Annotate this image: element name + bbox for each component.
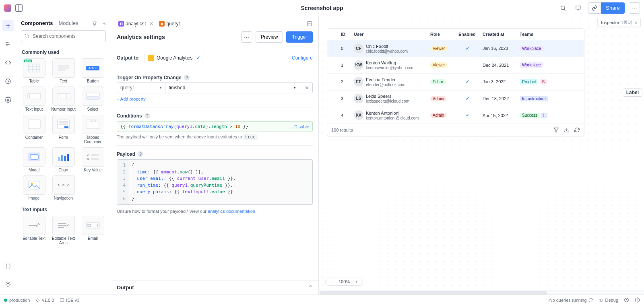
footer-history-icon[interactable]	[624, 297, 629, 303]
column-header[interactable]: Teams	[516, 29, 584, 40]
components-sidebar: Components Modules « Commonly used Table…	[16, 16, 111, 295]
tile-navigation[interactable]: ABCNavigation	[50, 175, 76, 200]
nav-rail	[0, 16, 16, 295]
disable-condition-link[interactable]: Disable	[294, 124, 309, 129]
tile-form[interactable]: Form	[50, 115, 76, 144]
condition-input[interactable]: {{ formatDataAsArray(query1.data).length…	[117, 121, 313, 132]
add-property-link[interactable]: + Add property	[117, 97, 313, 101]
component-search-input[interactable]	[21, 30, 106, 42]
table-row[interactable]: 2EFEvelina Fenderefender@outlook.comEdit…	[327, 74, 584, 91]
help-icon[interactable]: ?	[184, 75, 190, 80]
horizontal-scrollbar[interactable]	[319, 291, 644, 295]
download-icon[interactable]	[564, 127, 570, 133]
svg-text:C: C	[67, 183, 70, 187]
trigger-button[interactable]: Trigger	[286, 31, 313, 43]
data-table[interactable]: IDUserRoleEnabledCreated atTeams 0CFChic…	[327, 28, 584, 136]
help-icon[interactable]: ?	[144, 113, 150, 119]
tab-modules[interactable]: Modules	[58, 20, 78, 26]
share-button[interactable]: Share	[601, 2, 625, 14]
table-row[interactable]: 3LSLexis Speerslexisspeers@icloud.comAdm…	[327, 90, 584, 107]
check-icon: ✓	[466, 46, 469, 51]
tile-tabbed[interactable]: Tabbed Container	[80, 115, 106, 144]
analytics-docs-link[interactable]: analytics documentation	[208, 209, 255, 214]
tile-table[interactable]: Table	[21, 58, 47, 83]
tile-image[interactable]: Image	[21, 175, 47, 200]
remove-trigger-icon[interactable]: ✕	[301, 85, 312, 91]
svg-rect-38	[91, 158, 99, 160]
tile-key-value[interactable]: ABKey Value	[80, 147, 106, 172]
svg-rect-23	[59, 121, 68, 123]
tile-button[interactable]: ActionButton	[80, 58, 106, 83]
output-destination-chip[interactable]: Google Analytics ✓	[144, 53, 204, 63]
column-header[interactable]: Enabled	[455, 29, 479, 40]
section-text-inputs: Text inputs	[16, 204, 111, 216]
filter-icon[interactable]	[553, 127, 559, 133]
footer-help-icon[interactable]	[635, 297, 640, 303]
output-panel-header[interactable]: Output ⌃	[111, 280, 318, 295]
payload-footnote: Unsure how to format your payload? View …	[117, 209, 313, 214]
version-label[interactable]: v1.0.0	[35, 298, 54, 303]
svg-text:1: 1	[59, 95, 61, 98]
tile-container[interactable]: Container	[21, 115, 47, 144]
zoom-out-icon[interactable]: −	[329, 279, 335, 284]
rail-tree-icon[interactable]	[2, 39, 14, 50]
close-icon[interactable]: ✕	[149, 21, 153, 27]
tile-number-input[interactable]: 1Number Input	[50, 87, 76, 111]
svg-rect-25	[64, 126, 68, 128]
tile-select[interactable]: Select	[80, 87, 106, 111]
rail-debug-icon[interactable]	[2, 279, 14, 291]
label-widget[interactable]: Label	[623, 89, 642, 97]
environment-badge[interactable]: production	[4, 298, 30, 303]
trigger-target-select[interactable]: query1▾	[117, 82, 165, 93]
svg-rect-39	[29, 181, 40, 189]
rail-add-icon[interactable]	[2, 20, 14, 31]
column-header[interactable]	[327, 29, 338, 40]
zoom-control[interactable]: − 100% +	[325, 278, 363, 286]
tile-text[interactable]: Text	[50, 58, 76, 83]
payload-code[interactable]: { time: {{ moment.now() }}, user_email: …	[128, 160, 239, 204]
tile-editable-text[interactable]: Editable Text	[21, 216, 47, 245]
presentation-icon[interactable]	[573, 2, 584, 14]
tab-components[interactable]: Components	[21, 20, 53, 26]
payload-editor[interactable]: 1 2 3 4 5 6 { time: {{ moment.now() }}, …	[117, 159, 313, 205]
copy-link-icon[interactable]	[588, 2, 601, 14]
crumb-analytics[interactable]: ◧analytics1✕	[117, 20, 155, 27]
ide-version-label[interactable]: IDE v3	[60, 298, 79, 303]
tile-editable-area[interactable]: Editable Text Area	[50, 216, 76, 245]
column-header[interactable]: User	[351, 29, 427, 40]
rail-history-icon[interactable]	[2, 76, 14, 87]
editor-more-icon[interactable]: ⋯	[241, 31, 252, 43]
tile-text-input[interactable]: Text Input	[21, 87, 47, 111]
rail-braces-icon[interactable]	[2, 261, 14, 272]
configure-link[interactable]: Configure	[292, 55, 313, 61]
column-header[interactable]: ID	[338, 29, 351, 40]
refresh-icon[interactable]	[574, 127, 580, 133]
tile-email[interactable]: Email	[80, 216, 106, 245]
role-badge: Viewer	[430, 46, 447, 51]
rail-settings-icon[interactable]	[2, 94, 14, 105]
minimize-icon[interactable]	[306, 21, 313, 27]
table-row[interactable]: 1KWKenton Worlingkentonworling@yahoo.com…	[327, 57, 584, 74]
trigger-property-select[interactable]: finished▾	[165, 82, 299, 93]
rail-code-icon[interactable]	[2, 57, 14, 68]
crumb-query[interactable]: ◆query1	[157, 20, 183, 27]
column-header[interactable]: Created at	[479, 29, 516, 40]
app-logo[interactable]	[4, 4, 11, 12]
search-icon[interactable]	[557, 2, 569, 14]
table-row[interactable]: 0CFChic Footittchic.footitt@yahoo.comVie…	[327, 40, 584, 57]
help-icon[interactable]: ?	[138, 151, 143, 157]
preview-button[interactable]: Preview	[256, 31, 283, 43]
more-icon[interactable]: ⋯	[629, 2, 640, 14]
svg-point-0	[561, 6, 565, 9]
queries-status[interactable]: No queries running	[549, 298, 593, 303]
zoom-in-icon[interactable]: +	[353, 279, 359, 284]
collapse-sidebar-icon[interactable]: «	[103, 20, 106, 26]
pin-icon[interactable]	[92, 21, 97, 26]
table-row[interactable]: 4KAKenton Antonionikenton.antonioni@iclo…	[327, 107, 584, 124]
panel-toggle-icon[interactable]	[15, 4, 23, 12]
debug-button[interactable]: Debug	[599, 298, 618, 303]
tile-chart[interactable]: Chart	[50, 147, 76, 172]
avatar: KA	[354, 110, 363, 120]
tile-modal[interactable]: Modal	[21, 147, 47, 172]
column-header[interactable]: Role	[427, 29, 455, 40]
